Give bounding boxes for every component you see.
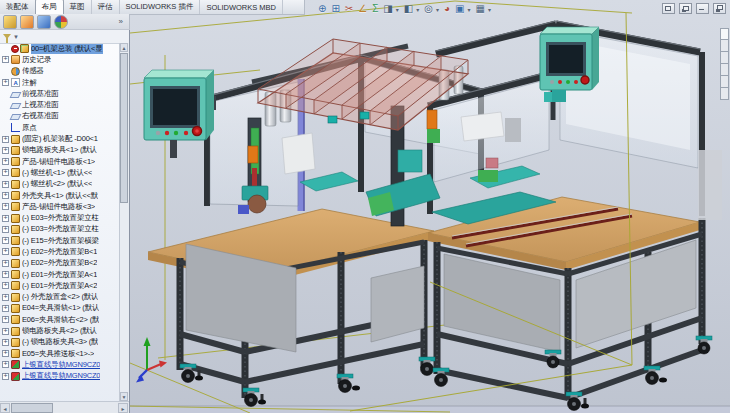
expander-plus-icon[interactable]: + [2,373,9,380]
hide-show-items-icon[interactable]: ◎ [424,4,433,14]
tree-item[interactable]: +外壳夹具<1> (默认<<默 [0,190,120,201]
tree-item[interactable]: +锁电路板夹具<2> (默认 [0,325,120,336]
expander-plus-icon[interactable]: + [2,56,9,63]
tree-item[interactable]: +(固定) 机架装配 -D00<1 [0,133,120,144]
tree-item[interactable]: +历史记录 [0,54,120,65]
expander-plus-icon[interactable]: + [2,136,9,143]
expander-plus-icon[interactable]: + [2,294,9,301]
tree-horizontal-scrollbar[interactable]: ◄ ► [0,401,129,413]
vertical-scroll-thumb[interactable] [120,53,128,203]
tree-item[interactable]: 右视基准面 [0,111,120,122]
scroll-right-icon[interactable]: ► [118,403,128,413]
expander-plus-icon[interactable]: + [2,192,9,199]
tree-item[interactable]: +上银直线导轨MGN9CZ0 [0,359,120,370]
tree-item[interactable]: +产品-锡钮件电路板<1> [0,156,120,167]
tree-item[interactable]: 00=机架总装 (默认<显 [0,43,120,54]
tree-item[interactable]: +(-) 螺丝机<2> (默认<< [0,179,120,190]
task-pane-tab-3[interactable] [720,64,729,76]
scene-icon[interactable]: ▣ [455,4,464,14]
tree-item[interactable]: +(-) 螺丝机<1> (默认<< [0,167,120,178]
tree-item[interactable]: +注解 [0,77,120,88]
expander-plus-icon[interactable]: + [2,203,9,210]
displaymanager-tab[interactable] [54,15,68,29]
featuremanager-tab[interactable] [3,15,17,29]
task-pane-tab-5[interactable] [720,88,729,100]
expander-plus-icon[interactable]: + [2,328,9,335]
tab-4[interactable]: SOLIDWORKS 插件 [120,0,201,14]
propertymanager-tab[interactable] [20,15,34,29]
expander-plus-icon[interactable]: + [2,158,9,165]
expander-plus-icon[interactable]: + [2,79,9,86]
expander-plus-icon[interactable]: + [2,248,9,255]
filter-caret-icon[interactable]: ▼ [13,34,19,40]
appearances-icon[interactable]: ◕ [444,4,450,14]
expander-plus-icon[interactable]: + [2,316,9,323]
tree-item[interactable]: 上视基准面 [0,99,120,110]
mass-properties-icon[interactable]: Σ [372,4,378,14]
expander-plus-icon[interactable]: + [2,361,9,368]
tree-item[interactable]: +(-) 外壳放置盒<2> (默认 [0,292,120,303]
scroll-left-icon[interactable]: ◄ [0,403,10,413]
tab-5[interactable]: SOLIDWORKS MBD [200,0,283,14]
tree-filter-bar[interactable]: ▼ [0,30,129,44]
section-view-icon[interactable]: ✂ [345,4,353,14]
scroll-up-icon[interactable]: ▲ [120,43,128,52]
tree-item[interactable]: +(-) E02=外壳放置架B<1 [0,246,120,257]
tree-item[interactable]: +(-) E03=外壳放置架立柱 [0,224,120,235]
tree-item[interactable]: +产品-锡钮件电路板<3> [0,201,120,212]
display-style-icon[interactable]: ◧ [404,4,413,14]
expander-plus-icon[interactable]: + [2,226,9,233]
dropdown-caret-icon[interactable]: ▾ [488,6,491,13]
scroll-down-icon[interactable]: ▼ [120,392,128,401]
expander-plus-icon[interactable]: + [2,282,9,289]
expander-plus-icon[interactable]: + [2,260,9,267]
expander-plus-icon[interactable]: + [2,350,9,357]
panel-tabs-overflow[interactable]: » [119,17,123,26]
tile-window-icon[interactable] [662,3,675,14]
restore-icon[interactable] [713,3,726,14]
tree-item[interactable]: 前视基准面 [0,88,120,99]
horizontal-scroll-thumb[interactable] [11,403,53,413]
expander-plus-icon[interactable]: + [2,271,9,278]
dropdown-caret-icon[interactable]: ▾ [436,6,439,13]
view-orientation-icon[interactable]: ◨ [383,4,392,14]
tree-item[interactable]: +(-) E01=外壳放置架A<1 [0,269,120,280]
tree-item[interactable]: +E05=夹具推送板<1>-> [0,348,120,359]
task-pane-tab-4[interactable] [720,76,729,88]
tree-item[interactable]: +(-) E02=外壳放置架B<2 [0,258,120,269]
tree-item[interactable]: +E06=夹具滑轨右<2> (默 [0,314,120,325]
configurationmanager-tab[interactable] [37,15,51,29]
expander-plus-icon[interactable]: + [2,215,9,222]
tree-item[interactable]: 原点 [0,122,120,133]
tree-item[interactable]: +(-) E01=外壳放置架A<2 [0,280,120,291]
tab-3[interactable]: 评估 [92,0,120,14]
expander-plus-icon[interactable]: + [2,147,9,154]
minimize-icon[interactable] [696,3,709,14]
view-settings-icon[interactable]: ▦ [476,4,485,14]
cascade-window-icon[interactable] [679,3,692,14]
tree-item[interactable]: +E04=夹具滑轨<1> (默认 [0,303,120,314]
tab-2[interactable]: 草图 [64,0,92,14]
tree-item[interactable]: +锁电路板夹具<1> (默认 [0,145,120,156]
tab-0[interactable]: 装配体 [0,0,36,14]
zoom-area-icon[interactable]: ⊞ [331,4,339,14]
tab-1[interactable]: 布局 [35,0,64,14]
expander-plus-icon[interactable]: + [2,237,9,244]
task-pane-tab-1[interactable] [720,40,729,52]
dropdown-caret-icon[interactable]: ▾ [468,6,471,13]
tree-item[interactable]: 传感器 [0,66,120,77]
tree-item[interactable]: +(-) E15=外壳放置架横梁 [0,235,120,246]
expander-plus-icon[interactable]: + [2,181,9,188]
measure-icon[interactable]: ∠ [358,4,367,14]
dropdown-caret-icon[interactable]: ▾ [416,6,419,13]
tree-item[interactable]: +(-) E03=外壳放置架立柱 [0,212,120,223]
task-pane-tab-0[interactable] [720,28,729,40]
task-pane-tab-2[interactable] [720,52,729,64]
dropdown-caret-icon[interactable]: ▾ [396,6,399,13]
zoom-fit-icon[interactable]: ⊕ [318,4,326,14]
tree-item[interactable]: +上银直线导轨MGN9CZ0 [0,371,120,382]
expander-plus-icon[interactable]: + [2,169,9,176]
tree-item[interactable]: +(-) 锁电路板夹具<3> (默 [0,337,120,348]
expander-plus-icon[interactable]: + [2,305,9,312]
tree-vertical-scrollbar[interactable]: ▲ ▼ [119,43,129,401]
